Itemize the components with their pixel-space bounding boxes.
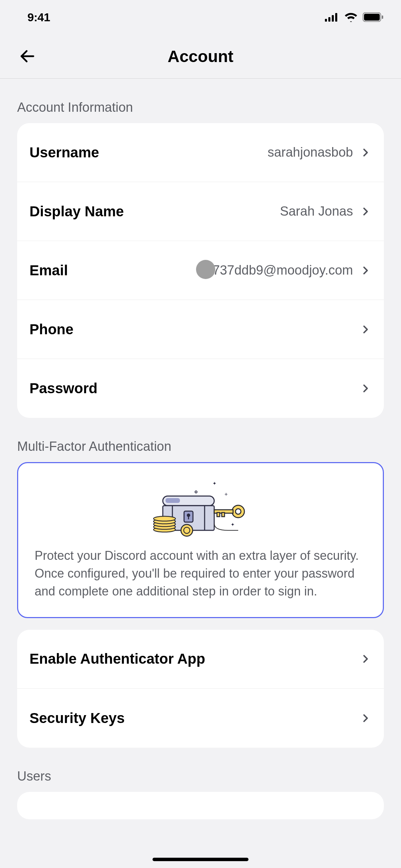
- username-row[interactable]: Username sarahjonasbob: [17, 123, 384, 182]
- username-value: sarahjonasbob: [99, 145, 360, 160]
- svg-point-29: [154, 516, 175, 521]
- svg-rect-6: [382, 15, 383, 19]
- svg-rect-23: [217, 513, 220, 517]
- chevron-right-icon: [360, 206, 371, 217]
- svg-text:✦: ✦: [212, 481, 217, 486]
- username-label: Username: [29, 144, 99, 161]
- chevron-right-icon: [360, 653, 371, 664]
- security-keys-row[interactable]: Security Keys: [17, 689, 384, 748]
- svg-point-30: [181, 525, 193, 536]
- nav-header: Account: [0, 34, 401, 79]
- password-row[interactable]: Password: [17, 359, 384, 418]
- cellular-icon: [325, 13, 339, 22]
- svg-point-21: [235, 509, 241, 514]
- svg-rect-13: [166, 498, 180, 503]
- mfa-options-card: Enable Authenticator App Security Keys: [17, 630, 384, 748]
- chevron-right-icon: [360, 147, 371, 158]
- display-name-row[interactable]: Display Name Sarah Jonas: [17, 182, 384, 241]
- phone-label: Phone: [29, 321, 73, 338]
- battery-icon: [363, 12, 384, 22]
- mfa-illustration: ✦ + ✦: [35, 479, 366, 537]
- svg-rect-2: [332, 15, 334, 22]
- section-header-mfa: Multi-Factor Authentication: [0, 418, 401, 462]
- email-label: Email: [29, 262, 68, 279]
- svg-rect-1: [328, 17, 330, 22]
- status-time: 9:41: [27, 11, 50, 24]
- svg-rect-0: [325, 19, 327, 22]
- wifi-icon: [344, 12, 358, 22]
- arrow-left-icon: [19, 47, 36, 65]
- svg-point-8: [195, 491, 197, 493]
- phone-row[interactable]: Phone: [17, 300, 384, 359]
- touch-indicator: [196, 260, 215, 279]
- security-keys-label: Security Keys: [29, 710, 125, 726]
- chevron-right-icon: [360, 324, 371, 335]
- users-card: [17, 792, 384, 819]
- svg-text:✦: ✦: [231, 522, 235, 527]
- chevron-right-icon: [360, 713, 371, 724]
- status-icons: [325, 12, 384, 22]
- treasure-chest-icon: ✦ + ✦: [132, 479, 269, 537]
- mfa-info-card: ✦ + ✦: [17, 462, 384, 618]
- authenticator-app-label: Enable Authenticator App: [29, 651, 205, 667]
- svg-rect-3: [335, 13, 337, 22]
- mfa-description: Protect your Discord account with an ext…: [35, 547, 366, 601]
- svg-rect-24: [222, 513, 224, 517]
- display-name-label: Display Name: [29, 203, 124, 220]
- svg-text:+: +: [224, 491, 228, 497]
- svg-rect-5: [364, 14, 380, 21]
- page-title: Account: [0, 47, 401, 66]
- password-label: Password: [29, 380, 97, 397]
- section-header-account-info: Account Information: [0, 79, 401, 123]
- status-bar: 9:41: [0, 0, 401, 34]
- chevron-right-icon: [360, 383, 371, 394]
- back-button[interactable]: [17, 46, 38, 67]
- chevron-right-icon: [360, 265, 371, 276]
- authenticator-app-row[interactable]: Enable Authenticator App: [17, 630, 384, 689]
- home-indicator: [153, 858, 248, 861]
- display-name-value: Sarah Jonas: [124, 204, 360, 219]
- section-header-users: Users: [0, 748, 401, 792]
